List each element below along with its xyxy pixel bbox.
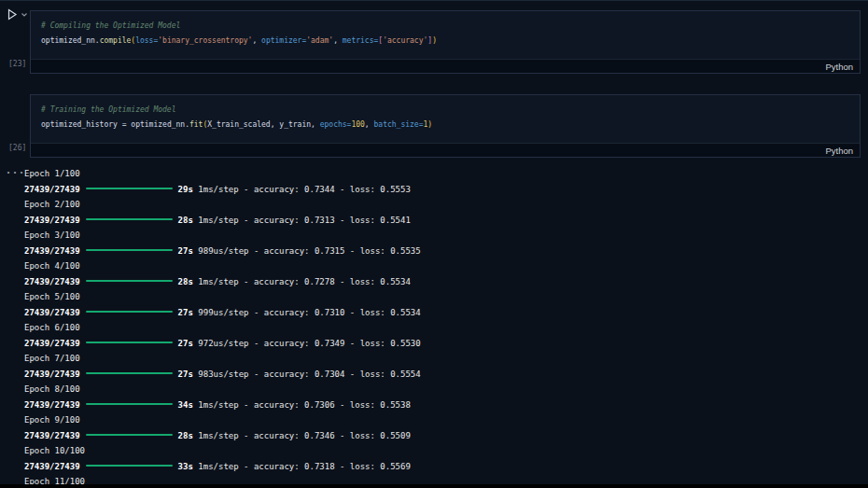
epoch-metrics: 999us/step - accuracy: 0.7310 - loss: 0.… <box>193 308 421 317</box>
epoch-time: 27s <box>178 369 193 379</box>
epoch-label-line: Epoch 5/100 <box>24 289 868 305</box>
code-token: , <box>365 120 374 129</box>
language-picker[interactable]: Python <box>825 62 853 72</box>
step-counter: 27439/27439 <box>24 277 80 286</box>
progress-bar <box>86 280 173 282</box>
progress-line: 27439/2743934s 1ms/step - accuracy: 0.73… <box>24 397 868 413</box>
code-token: compile <box>100 36 132 45</box>
code-token: ) <box>432 36 437 45</box>
epoch-label-line: Epoch 8/100 <box>24 382 868 397</box>
output-overflow-indicator[interactable]: ... <box>6 165 25 175</box>
code-comment: # Training the Optimized Model <box>41 103 860 118</box>
progress-bar <box>86 249 173 251</box>
notebook-editor: { "theme": { "progress_green": "#14a96f"… <box>0 0 868 488</box>
play-outline-icon <box>6 7 19 21</box>
epoch-label-line: Epoch 3/100 <box>24 228 868 244</box>
step-counter: 27439/27439 <box>24 400 80 410</box>
epoch-label-line: Epoch 9/100 <box>24 412 868 428</box>
epoch-time: 27s <box>178 246 193 256</box>
epoch-label-line: Epoch 6/100 <box>24 320 868 336</box>
step-counter: 27439/27439 <box>24 246 80 256</box>
run-cell-button[interactable] <box>6 7 28 21</box>
epoch-label-line: Epoch 4/100 <box>24 258 868 274</box>
progress-line: 27439/2743929s 1ms/step - accuracy: 0.73… <box>24 182 868 198</box>
epoch-metrics: 1ms/step - accuracy: 0.7306 - loss: 0.55… <box>193 400 411 410</box>
progress-bar <box>86 188 173 189</box>
code-token: epochs= <box>320 120 352 129</box>
epoch-metrics: 1ms/step - accuracy: 0.7318 - loss: 0.55… <box>193 462 411 471</box>
code-token: fit <box>189 120 203 129</box>
code-token: , <box>311 120 320 129</box>
code-token: optimizer= <box>261 36 306 45</box>
epoch-time: 28s <box>178 277 193 286</box>
epoch-metrics: 989us/step - accuracy: 0.7315 - loss: 0.… <box>193 246 421 256</box>
step-counter: 27439/27439 <box>24 216 80 225</box>
progress-line: 27439/2743927s 989us/step - accuracy: 0.… <box>24 244 868 259</box>
progress-line: 27439/2743933s 1ms/step - accuracy: 0.73… <box>24 459 868 475</box>
progress-line: 27439/2743928s 1ms/step - accuracy: 0.72… <box>24 274 868 290</box>
step-counter: 27439/27439 <box>24 308 80 317</box>
step-counter: 27439/27439 <box>24 339 80 348</box>
step-counter: 27439/27439 <box>24 431 80 440</box>
epoch-label-line: Epoch 1/100 <box>24 166 868 182</box>
code-token: optimized_nn <box>41 36 95 45</box>
code-cell-compile[interactable]: # Compiling the Optimized Model optimize… <box>30 10 861 74</box>
epoch-time: 29s <box>178 185 193 194</box>
chevron-down-icon[interactable] <box>21 11 28 19</box>
epoch-metrics: 1ms/step - accuracy: 0.7278 - loss: 0.55… <box>193 277 411 286</box>
progress-bar <box>86 403 173 405</box>
epoch-time: 27s <box>178 308 193 317</box>
code-editor[interactable]: # Training the Optimized Model optimized… <box>31 95 860 132</box>
epoch-time: 27s <box>178 339 193 348</box>
code-token: ) <box>427 120 432 129</box>
epoch-time: 28s <box>178 431 193 440</box>
epoch-metrics: 1ms/step - accuracy: 0.7313 - loss: 0.55… <box>193 216 411 225</box>
code-cell-fit[interactable]: # Training the Optimized Model optimized… <box>30 94 861 158</box>
epoch-metrics: 1ms/step - accuracy: 0.7344 - loss: 0.55… <box>193 185 411 194</box>
epoch-time: 34s <box>178 400 193 410</box>
code-token: 100 <box>351 120 364 129</box>
step-counter: 27439/27439 <box>24 185 80 194</box>
progress-bar <box>86 434 173 436</box>
epoch-label-line: Epoch 2/100 <box>24 197 868 213</box>
code-token: metrics= <box>343 36 379 45</box>
cell-status-bar: Python <box>31 59 860 73</box>
code-token: , <box>333 36 343 45</box>
code-token: 'binary_crossentropy' <box>158 36 252 45</box>
code-token: = <box>118 120 131 129</box>
code-line: optimized_nn.compile(loss='binary_crosse… <box>41 34 860 49</box>
progress-line: 27439/2743927s 983us/step - accuracy: 0.… <box>24 367 868 383</box>
training-output: Epoch 1/10027439/2743929s 1ms/step - acc… <box>24 166 868 488</box>
code-token: , <box>252 36 261 45</box>
progress-line: 27439/2743927s 999us/step - accuracy: 0.… <box>24 305 868 321</box>
code-comment: # Compiling the Optimized Model <box>41 19 860 34</box>
language-picker[interactable]: Python <box>825 146 853 156</box>
epoch-metrics: 1ms/step - accuracy: 0.7346 - loss: 0.55… <box>193 431 411 440</box>
progress-bar <box>86 311 173 313</box>
epoch-metrics: 983us/step - accuracy: 0.7304 - loss: 0.… <box>193 369 421 379</box>
step-counter: 27439/27439 <box>24 369 80 379</box>
execution-count-cell1: [23] <box>8 60 26 68</box>
progress-line: 27439/2743928s 1ms/step - accuracy: 0.73… <box>24 428 868 444</box>
execution-count-cell2: [26] <box>8 144 26 152</box>
code-editor[interactable]: # Compiling the Optimized Model optimize… <box>31 11 860 49</box>
progress-bar <box>86 218 173 220</box>
code-token: 'accuracy' <box>383 36 427 45</box>
code-token: loss= <box>135 36 158 45</box>
code-line: optimized_history = optimized_nn.fit(X_t… <box>41 118 860 132</box>
code-token: 'adam' <box>306 36 333 45</box>
step-counter: 27439/27439 <box>24 462 80 471</box>
progress-line: 27439/2743927s 972us/step - accuracy: 0.… <box>24 336 868 352</box>
code-token: optimized_nn <box>131 120 185 129</box>
epoch-time: 28s <box>178 216 193 225</box>
progress-bar <box>86 465 173 467</box>
code-token: y_train <box>279 120 311 129</box>
code-token: X_train_scaled <box>207 120 270 129</box>
epoch-label-line: Epoch 10/100 <box>24 443 868 459</box>
progress-bar <box>86 372 173 374</box>
epoch-metrics: 972us/step - accuracy: 0.7349 - loss: 0.… <box>193 339 421 348</box>
epoch-label-line: Epoch 7/100 <box>24 351 868 367</box>
epoch-time: 33s <box>178 462 193 471</box>
cell-status-bar: Python <box>31 143 860 157</box>
code-token: optimized_history <box>41 120 118 129</box>
